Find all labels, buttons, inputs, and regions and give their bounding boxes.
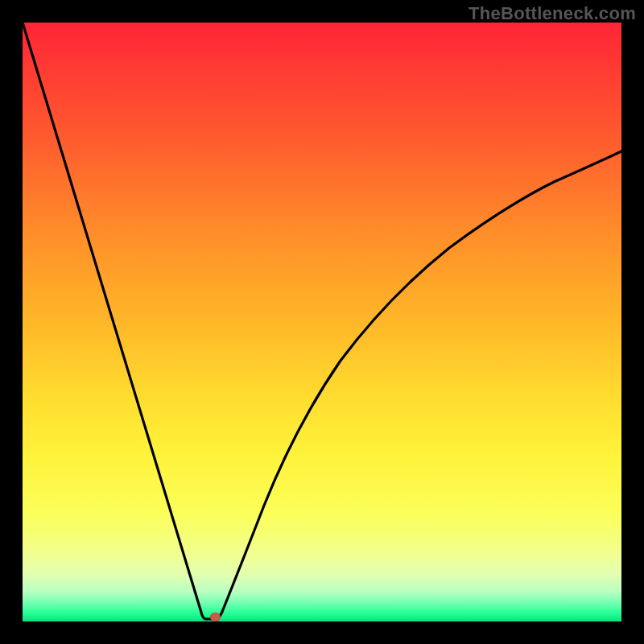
bottleneck-curve xyxy=(23,23,621,621)
minimum-marker xyxy=(210,613,221,621)
plot-area xyxy=(23,23,621,621)
chart-frame: TheBottleneck.com xyxy=(0,0,644,644)
curve-right-branch xyxy=(216,151,621,619)
watermark-text: TheBottleneck.com xyxy=(469,3,636,24)
curve-left-branch xyxy=(23,23,216,619)
